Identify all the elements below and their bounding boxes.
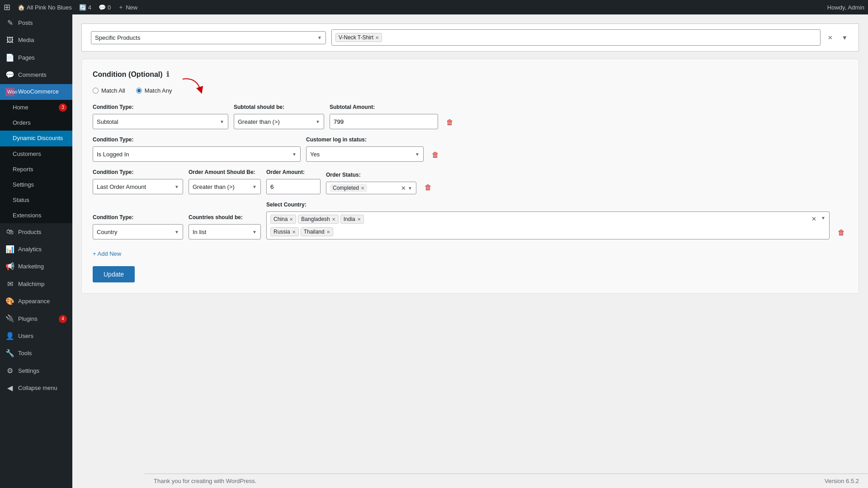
sidebar-item-tools[interactable]: 🔧 Tools xyxy=(0,345,72,362)
sidebar-item-extensions[interactable]: Extensions xyxy=(0,208,72,223)
russia-tag-remove[interactable]: ✕ xyxy=(292,230,296,235)
info-icon[interactable]: ℹ xyxy=(166,70,169,79)
delete-row-4-button[interactable]: 🗑 xyxy=(835,226,848,239)
sidebar-item-marketing[interactable]: 📢 Marketing xyxy=(0,258,72,275)
countries-clear[interactable]: ✕ xyxy=(811,216,816,222)
product-row: Specific Products ▼ V-Neck T-Shirt ✕ ✕ ▼ xyxy=(81,23,859,52)
woocommerce-icon: Woo xyxy=(5,88,14,96)
product-type-chevron: ▼ xyxy=(317,35,322,40)
condition-type-group-1: Condition Type: Subtotal ▼ xyxy=(93,104,228,129)
condition-type-select-2[interactable]: Is Logged In ▼ xyxy=(93,146,301,162)
china-tag-remove[interactable]: ✕ xyxy=(289,217,293,222)
add-new-button[interactable]: + Add New xyxy=(93,247,121,261)
sidebar-item-customers[interactable]: Customers xyxy=(0,146,72,162)
howdy-link[interactable]: Howdy, Admin xyxy=(827,4,864,11)
new-content-button[interactable]: ＋ New xyxy=(118,3,137,11)
delete-row-1-button[interactable]: 🗑 xyxy=(443,116,456,129)
site-name[interactable]: 🏠 All Pink No Blues xyxy=(18,4,72,11)
completed-tag-remove[interactable]: ✕ xyxy=(361,186,364,191)
sidebar-item-comments[interactable]: 💬 Comments xyxy=(0,66,72,84)
match-any-arrow xyxy=(178,77,205,95)
woocommerce-submenu: Home 3 Orders Dynamic Discounts Customer… xyxy=(0,100,72,224)
thailand-tag-remove[interactable]: ✕ xyxy=(326,230,330,235)
updates-link[interactable]: 🔄 4 xyxy=(79,4,91,11)
update-button[interactable]: Update xyxy=(93,266,135,282)
india-tag-remove[interactable]: ✕ xyxy=(357,217,361,222)
condition-type-select-1[interactable]: Subtotal ▼ xyxy=(93,114,228,129)
sidebar-item-settings-main[interactable]: ⚙ Settings xyxy=(0,362,72,380)
sidebar-item-status[interactable]: Status xyxy=(0,192,72,208)
condition-type-1-chevron: ▼ xyxy=(220,119,224,124)
countries-should-be-group: Countries should be: In list ▼ xyxy=(189,214,261,239)
order-amount-should-be-chevron: ▼ xyxy=(252,184,257,189)
condition-title: Condition (Optional) ℹ xyxy=(93,70,848,79)
login-status-select[interactable]: Yes ▼ xyxy=(306,146,424,162)
condition-row-subtotal: Condition Type: Subtotal ▼ Subtotal shou… xyxy=(93,104,848,129)
country-tag-india: India ✕ xyxy=(340,215,364,224)
login-status-chevron: ▼ xyxy=(415,152,420,157)
subtotal-should-be-select[interactable]: Greater than (>) ▼ xyxy=(234,114,324,129)
subtotal-amount-input[interactable] xyxy=(330,114,438,129)
admin-bar: ⊞ 🏠 All Pink No Blues 🔄 4 💬 0 ＋ New Howd… xyxy=(0,0,868,14)
product-tags-container: V-Neck T-Shirt ✕ xyxy=(331,29,821,46)
order-amount-should-be-select[interactable]: Greater than (>) ▼ xyxy=(189,179,261,194)
order-status-container[interactable]: Completed ✕ ✕ ▼ xyxy=(326,182,416,194)
order-amount-should-be-group: Order Amount Should Be: Greater than (>)… xyxy=(189,169,261,194)
expand-product-row-button[interactable]: ▼ xyxy=(840,33,849,43)
product-tag-remove[interactable]: ✕ xyxy=(375,35,379,40)
order-status-clear[interactable]: ✕ xyxy=(401,185,406,192)
delete-row-3-button[interactable]: 🗑 xyxy=(422,181,434,194)
countries-should-be-select[interactable]: In list ▼ xyxy=(189,224,261,239)
sidebar-item-media[interactable]: 🖼 Media xyxy=(0,32,72,49)
sidebar: ✎ Posts 🖼 Media 📄 Pages 💬 Comments Woo W… xyxy=(0,14,72,488)
sidebar-item-products[interactable]: 🛍 Products xyxy=(0,223,72,240)
sidebar-item-home[interactable]: Home 3 xyxy=(0,100,72,115)
sidebar-item-plugins[interactable]: 🔌 Plugins 4 xyxy=(0,310,72,327)
close-product-row-button[interactable]: ✕ xyxy=(826,33,835,43)
condition-row-country: Condition Type: Country ▼ Countries shou… xyxy=(93,202,848,239)
plugins-icon: 🔌 xyxy=(5,314,14,324)
bangladesh-tag-remove[interactable]: ✕ xyxy=(332,217,335,222)
update-section: Update xyxy=(93,266,848,282)
condition-type-select-3[interactable]: Last Order Amount ▼ xyxy=(93,179,183,194)
products-icon: 🛍 xyxy=(5,227,14,237)
sidebar-item-collapse[interactable]: ◀ Collapse menu xyxy=(0,380,72,397)
sidebar-item-posts[interactable]: ✎ Posts xyxy=(0,14,72,32)
match-any-radio[interactable] xyxy=(136,88,142,94)
sidebar-item-mailchimp[interactable]: ✉ Mailchimp xyxy=(0,276,72,293)
condition-section: Condition (Optional) ℹ Match All Match A… xyxy=(81,59,859,294)
country-tag-china: China ✕ xyxy=(270,215,296,224)
condition-row-logged-in: Condition Type: Is Logged In ▼ Customer … xyxy=(93,136,848,162)
pages-icon: 📄 xyxy=(5,53,14,63)
wp-logo[interactable]: ⊞ xyxy=(4,2,10,12)
order-amount-group: Order Amount: xyxy=(266,169,321,194)
condition-type-group-2: Condition Type: Is Logged In ▼ xyxy=(93,136,301,162)
order-amount-input[interactable] xyxy=(266,179,321,194)
condition-type-select-4[interactable]: Country ▼ xyxy=(93,224,183,239)
sidebar-item-analytics[interactable]: 📊 Analytics xyxy=(0,241,72,258)
order-status-chevron[interactable]: ▼ xyxy=(408,186,412,191)
countries-chevron[interactable]: ▼ xyxy=(821,216,826,221)
sidebar-item-pages[interactable]: 📄 Pages xyxy=(0,49,72,66)
match-any-option[interactable]: Match Any xyxy=(136,87,172,94)
users-icon: 👤 xyxy=(5,331,14,341)
subtotal-should-be-chevron: ▼ xyxy=(316,119,320,124)
sidebar-item-reports[interactable]: Reports xyxy=(0,162,72,177)
sidebar-item-orders[interactable]: Orders xyxy=(0,115,72,131)
sidebar-item-dynamic-discounts[interactable]: Dynamic Discounts xyxy=(0,131,72,146)
sidebar-item-users[interactable]: 👤 Users xyxy=(0,328,72,345)
match-all-option[interactable]: Match All xyxy=(93,87,125,94)
analytics-icon: 📊 xyxy=(5,244,14,254)
countries-container[interactable]: China ✕ Bangladesh ✕ India ✕ Russia ✕ xyxy=(266,211,830,239)
subtotal-amount-group: Subtotal Amount: xyxy=(330,104,438,129)
posts-icon: ✎ xyxy=(5,18,14,28)
product-type-select[interactable]: Specific Products ▼ xyxy=(91,31,326,44)
comments-link[interactable]: 💬 0 xyxy=(99,4,111,11)
settings-icon: ⚙ xyxy=(5,366,14,376)
sidebar-item-settings[interactable]: Settings xyxy=(0,177,72,192)
sidebar-item-woocommerce[interactable]: Woo WooCommerce xyxy=(0,84,72,100)
sidebar-item-appearance[interactable]: 🎨 Appearance xyxy=(0,293,72,310)
select-country-group: Select Country: China ✕ Bangladesh ✕ Ind… xyxy=(266,202,830,239)
match-all-radio[interactable] xyxy=(93,88,99,94)
delete-row-2-button[interactable]: 🗑 xyxy=(429,148,442,162)
